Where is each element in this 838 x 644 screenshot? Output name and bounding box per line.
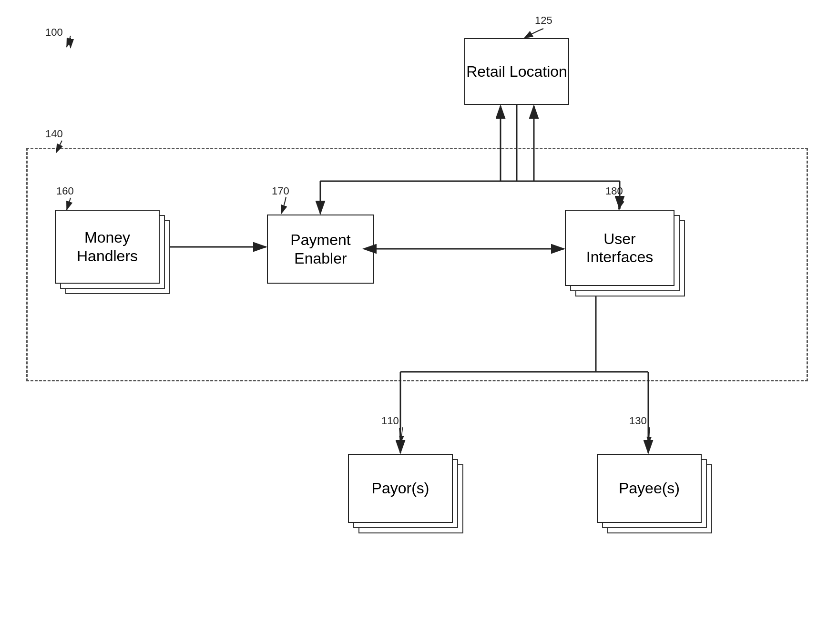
ref-100: 100 [45,26,63,39]
ref-125: 125 [535,14,552,27]
ref-110: 110 [381,415,399,427]
retail-location-box: Retail Location [464,38,569,105]
payment-enabler-label: PaymentEnabler [290,231,350,267]
ref-130: 130 [629,415,647,427]
user-interfaces-label: UserInterfaces [586,230,654,266]
retail-location-label: Retail Location [466,62,567,81]
payees-label: Payee(s) [619,479,680,497]
payors-label: Payor(s) [372,479,429,497]
payors-box: Payor(s) [348,454,453,523]
payees-box: Payee(s) [597,454,702,523]
payment-enabler-box: PaymentEnabler [267,215,374,284]
money-handlers-box: MoneyHandlers [55,210,160,284]
user-interfaces-box: UserInterfaces [565,210,674,286]
money-handlers-label: MoneyHandlers [77,228,138,265]
ref-140: 140 [45,128,63,140]
diagram-container: 100 125 140 160 170 180 110 130 Retail L… [0,0,838,644]
